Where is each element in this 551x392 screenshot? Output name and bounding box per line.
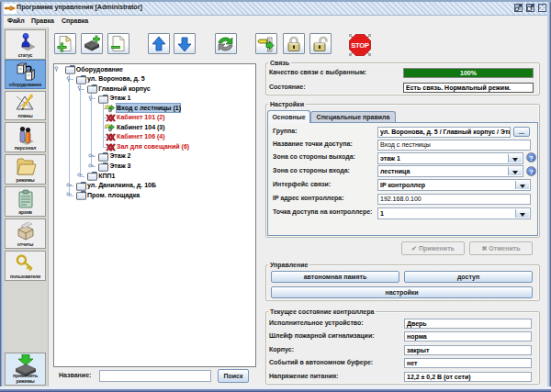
svg-text:STOP: STOP [351, 41, 369, 50]
